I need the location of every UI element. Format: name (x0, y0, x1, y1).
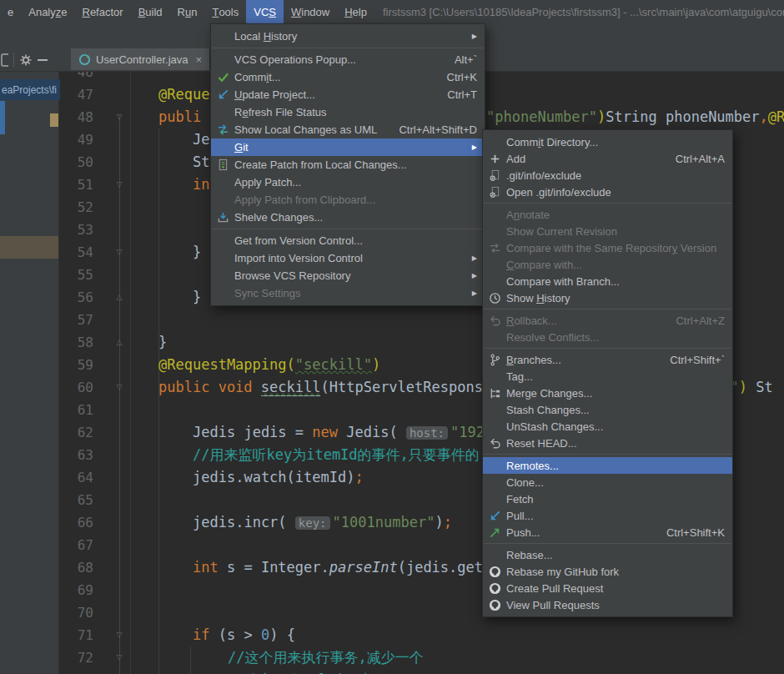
line-number[interactable]: 55 (58, 264, 93, 286)
menu-item-shelve-changes[interactable]: Shelve Changes... (211, 209, 485, 226)
code-line[interactable]: //这个用来执行事务,减少一个 (135, 646, 424, 669)
code-line[interactable]: St (135, 151, 209, 174)
menu-item-show-local-changes-as-uml[interactable]: Show Local Changes as UMLCtrl+Alt+Shift+… (211, 121, 485, 138)
menubar-item-tools[interactable]: Tools (204, 0, 246, 23)
line-number[interactable]: 52 (58, 196, 93, 219)
code-line[interactable]: Je (135, 128, 209, 151)
menubar-item-window[interactable]: Window (284, 0, 337, 23)
menubar-item-refactor[interactable]: Refactor (75, 0, 131, 23)
menu-item-open-git-info-exclude[interactable]: Open .git/info/exclude (483, 184, 732, 200)
code-line[interactable]: public void seckill(HttpServletRespons (135, 376, 483, 399)
code-fragment[interactable]: "phoneNumber")String phoneNumber,@Re (486, 106, 784, 128)
code-line[interactable]: //建立一个multi的事务 (135, 669, 387, 674)
menu-item-show-current-revision[interactable]: Show Current Revision (483, 223, 732, 239)
menu-item-compare-with-the-same-repository-version[interactable]: Compare with the Same Repository Version (483, 239, 732, 256)
fold-marker-icon[interactable]: ▽ (112, 106, 127, 128)
code-line[interactable]: } (135, 241, 201, 264)
menu-item-commit[interactable]: Commit...Ctrl+K (211, 68, 485, 86)
code-line[interactable]: jedis.incr( key:"1001number"); (135, 511, 452, 535)
fold-marker-icon[interactable]: ▽ (112, 376, 127, 399)
line-number[interactable]: 70 (58, 601, 93, 624)
line-number[interactable]: 58 (58, 331, 93, 354)
menu-item-refresh-file-status[interactable]: Refresh File Status (211, 103, 485, 121)
line-number[interactable]: 73 (58, 669, 93, 674)
menu-item-clone[interactable]: Clone... (483, 474, 732, 490)
menubar-item-run[interactable]: Run (170, 0, 205, 23)
menu-item-git-info-exclude[interactable]: .git/info/exclude (483, 167, 732, 184)
menubar-item-build[interactable]: Build (131, 0, 170, 23)
menubar-item-vcs[interactable]: VCS (246, 0, 284, 23)
line-number[interactable]: 50 (58, 151, 93, 174)
line-number[interactable]: 71 (58, 624, 93, 646)
menu-item-push[interactable]: Push...Ctrl+Shift+K (483, 524, 732, 541)
menu-item-sync-settings[interactable]: Sync Settings▶ (211, 284, 485, 302)
line-number[interactable]: 65 (58, 489, 93, 511)
menu-item-unstash-changes[interactable]: UnStash Changes... (483, 418, 732, 435)
gear-icon[interactable] (19, 53, 33, 67)
fold-marker-icon[interactable]: ▽ (112, 241, 127, 264)
tab-usercontroller[interactable]: UserController.java × (71, 48, 210, 70)
code-line[interactable]: } (135, 331, 167, 354)
menu-item-rebase-my-github-fork[interactable]: Rebase my GitHub fork (483, 563, 732, 580)
line-number[interactable]: 69 (58, 579, 93, 601)
project-tree-row-highlight[interactable] (0, 236, 58, 259)
menu-item-local-history[interactable]: Local History▶ (211, 28, 485, 45)
menu-item-apply-patch-from-clipboard[interactable]: Apply Patch from Clipboard... (211, 191, 485, 209)
fold-marker-icon[interactable]: ▽ (112, 624, 127, 646)
menu-item-reset-head[interactable]: Reset HEAD... (483, 435, 732, 451)
menu-item-stash-changes[interactable]: Stash Changes... (483, 401, 732, 418)
menu-item-merge-changes[interactable]: Merge Changes... (483, 385, 732, 401)
menu-item-resolve-conflicts[interactable]: Resolve Conflicts... (483, 329, 732, 345)
menu-item-commit-directory[interactable]: Commit Directory... (483, 133, 732, 150)
menubar-item-analyze[interactable]: Analyze (21, 0, 74, 23)
minimize-icon[interactable] (38, 59, 48, 61)
menu-item-compare-with[interactable]: Compare with... (483, 256, 732, 273)
code-line[interactable]: in (135, 174, 209, 196)
line-number[interactable]: 59 (58, 354, 93, 376)
line-number[interactable]: 66 (58, 511, 93, 534)
menu-item-update-project[interactable]: Update Project...Ctrl+T (211, 86, 485, 103)
code-line[interactable]: publi (135, 106, 201, 128)
line-number[interactable]: 54 (58, 241, 93, 264)
menu-item-import-into-version-control[interactable]: Import into Version Control▶ (211, 249, 485, 267)
line-number[interactable]: 62 (58, 421, 93, 444)
project-tree-selected-row[interactable]: eaProjects\fi (0, 79, 60, 100)
code-line[interactable]: Jedis jedis = new Jedis( host:"192. (135, 421, 493, 445)
line-number[interactable]: 48 (58, 106, 93, 128)
fold-marker-icon[interactable]: △ (112, 286, 127, 309)
line-number[interactable]: 53 (58, 219, 93, 241)
menubar-item-e[interactable]: e (0, 0, 21, 23)
line-number[interactable]: 47 (58, 83, 93, 106)
fold-marker-icon[interactable]: ▽ (112, 174, 127, 196)
code-line[interactable]: if (s > 0) { (135, 624, 295, 646)
line-number[interactable]: 67 (58, 534, 93, 556)
line-number[interactable]: 56 (58, 286, 93, 309)
line-number[interactable]: 63 (58, 444, 93, 466)
menu-item-annotate[interactable]: Annotate (483, 206, 732, 223)
code-line[interactable]: //用来监听key为itemId的事件,只要事件的 (135, 444, 480, 466)
fold-marker-icon[interactable]: ▽ (112, 646, 127, 669)
menubar-item-help[interactable]: Help (337, 0, 374, 23)
menu-item-vcs-operations-popup[interactable]: VCS Operations Popup...Alt+` (211, 51, 485, 68)
line-number[interactable]: 68 (58, 556, 93, 579)
menu-item-create-pull-request[interactable]: Create Pull Request (483, 580, 732, 596)
line-number[interactable]: 72 (58, 646, 93, 669)
menu-item-browse-vcs-repository[interactable]: Browse VCS Repository▶ (211, 267, 485, 284)
fold-marker-icon[interactable]: △ (112, 331, 127, 354)
line-number[interactable]: 51 (58, 174, 93, 196)
menu-item-fetch[interactable]: Fetch (483, 490, 732, 507)
menu-item-pull[interactable]: Pull... (483, 507, 732, 524)
menu-item-show-history[interactable]: Show History (483, 289, 732, 306)
menu-item-get-from-version-control[interactable]: Get from Version Control... (211, 232, 485, 249)
code-line[interactable]: } (135, 286, 201, 309)
menu-item-apply-patch[interactable]: Apply Patch... (211, 174, 485, 191)
menu-item-rebase[interactable]: Rebase... (483, 546, 732, 563)
line-number[interactable]: 64 (58, 466, 93, 489)
line-number[interactable]: 61 (58, 399, 93, 421)
code-line[interactable]: int s = Integer.parseInt(jedis.get (135, 556, 483, 579)
code-line[interactable]: @RequestMapping("seckill") (135, 354, 380, 376)
close-icon[interactable]: × (196, 53, 203, 66)
menu-item-git[interactable]: Git▶ (211, 138, 485, 156)
menu-item-compare-with-branch[interactable]: Compare with Branch... (483, 273, 732, 289)
menu-item-add[interactable]: AddCtrl+Alt+A (483, 150, 732, 167)
